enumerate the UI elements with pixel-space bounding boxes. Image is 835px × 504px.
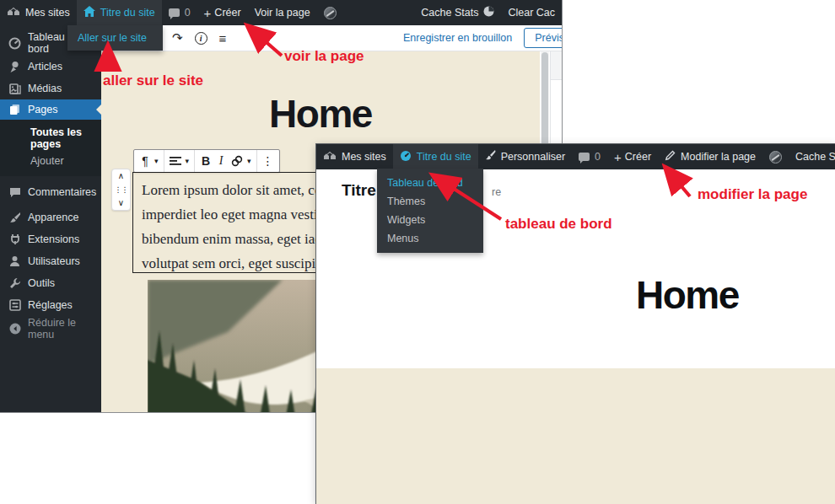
- sidebar-item-pages[interactable]: Pages: [0, 99, 101, 120]
- block-switcher-caret-icon[interactable]: ▾: [154, 157, 159, 165]
- settings-icon: [8, 299, 21, 312]
- sidebar-label: Articles: [28, 61, 62, 72]
- menu-item-go-to-site[interactable]: Aller sur le site: [67, 29, 163, 47]
- cache-stats-menu[interactable]: Cache Stats: [789, 144, 835, 169]
- align-icon[interactable]: [170, 151, 182, 171]
- cache-plugin-menu[interactable]: [317, 0, 343, 25]
- bold-button[interactable]: B: [200, 151, 212, 171]
- dashboard-gauge-icon: [400, 150, 412, 164]
- view-page-link[interactable]: Voir la page: [248, 0, 317, 25]
- move-down-icon[interactable]: ∨: [118, 199, 124, 207]
- save-draft-button[interactable]: Enregistrer en brouillon: [403, 32, 512, 44]
- sidebar-item-utilisateurs[interactable]: Utilisateurs: [0, 250, 101, 272]
- paragraph-block-icon[interactable]: ¶: [139, 151, 151, 171]
- new-content-menu[interactable]: + Créer: [607, 144, 658, 169]
- menu-item-menus[interactable]: Menus: [377, 229, 483, 248]
- page-title[interactable]: Home: [101, 91, 540, 137]
- preview-button[interactable]: Prévis: [524, 28, 562, 48]
- appearance-brush-icon: [8, 212, 21, 224]
- my-sites-menu[interactable]: Mes sites: [316, 144, 393, 169]
- submenu-all-pages[interactable]: Toutes les pages: [0, 124, 101, 153]
- site-name-menu[interactable]: Titre du site: [393, 144, 478, 169]
- clear-cache-menu[interactable]: Clear Cac: [501, 0, 562, 25]
- italic-button[interactable]: I: [215, 151, 227, 171]
- sidebar-label: Outils: [28, 277, 55, 289]
- edit-page-label: Modifier la page: [681, 151, 756, 163]
- customize-link[interactable]: Personnaliser: [478, 144, 572, 169]
- home-icon: [84, 6, 95, 19]
- drag-handle-icon[interactable]: ⋮⋮: [115, 185, 128, 194]
- sidebar-item-reglages[interactable]: Réglages: [0, 294, 101, 316]
- comments-count: 0: [595, 151, 601, 163]
- sidebar-item-articles[interactable]: Articles: [0, 56, 101, 78]
- pages-submenu: Toutes les pages Ajouter: [0, 120, 101, 176]
- comments-shortcut[interactable]: 0: [162, 0, 197, 25]
- sidebar-item-apparence[interactable]: Apparence: [0, 206, 101, 228]
- menu-item-themes[interactable]: Thèmes: [377, 192, 483, 211]
- sidebar-item-commentaires[interactable]: Commentaires: [0, 181, 101, 203]
- user-icon: [8, 255, 21, 268]
- sidebar-item-medias[interactable]: Médias: [0, 78, 101, 99]
- wp-site-window: Mes sites Titre du site Personnaliser 0 …: [316, 144, 835, 504]
- wrench-icon: [8, 277, 21, 290]
- align-caret-icon[interactable]: ▾: [186, 157, 190, 165]
- clear-cache-label: Clear Cac: [508, 7, 555, 19]
- sidebar-collapse-menu[interactable]: Réduire le menu: [0, 318, 101, 340]
- cache-stats-menu[interactable]: Cache Stats: [414, 0, 501, 25]
- plus-icon: +: [204, 7, 212, 19]
- view-page-label: Voir la page: [255, 7, 310, 19]
- site-name-dropdown: Tableau de bord Thèmes Widgets Menus: [377, 169, 483, 253]
- link-icon[interactable]: [230, 151, 244, 171]
- comments-count: 0: [185, 7, 191, 19]
- media-icon: [8, 83, 21, 95]
- screenshot-canvas: Mes sites Titre du site 0 + Créer Voir l…: [0, 0, 835, 504]
- pie-chart-icon: [483, 6, 494, 19]
- more-formats-caret-icon[interactable]: ▾: [247, 157, 251, 165]
- multisite-icon: [323, 150, 337, 164]
- sidebar-label: Pages: [28, 104, 57, 115]
- sidebar-label: Commentaires: [28, 186, 96, 198]
- edit-page-link[interactable]: Modifier la page: [658, 144, 762, 169]
- block-toolbar: ¶ ▾ ▾ B I ▾ ⋮: [133, 149, 280, 173]
- options-kebab-icon[interactable]: ⋮: [262, 151, 274, 171]
- new-content-label: Créer: [625, 151, 651, 163]
- cache-plugin-icon: [769, 151, 782, 164]
- sidebar-label: Réduire le menu: [28, 317, 101, 340]
- comments-icon: [8, 186, 21, 199]
- menu-item-dashboard[interactable]: Tableau de bord: [377, 174, 483, 192]
- site-name-menu[interactable]: Titre du site: [77, 0, 162, 25]
- collapse-icon: [8, 323, 21, 335]
- cache-plugin-menu[interactable]: [762, 144, 789, 169]
- pencil-icon: [665, 150, 676, 164]
- comment-bubble-icon: [169, 8, 180, 17]
- pushpin-icon: [8, 61, 21, 73]
- sidebar-label: Extensions: [28, 233, 79, 245]
- comments-shortcut[interactable]: 0: [572, 144, 607, 169]
- sidebar-label: Médias: [28, 83, 62, 94]
- new-content-menu[interactable]: + Créer: [197, 0, 248, 25]
- sidebar-item-extensions[interactable]: Extensions: [0, 228, 101, 250]
- sidebar-item-outils[interactable]: Outils: [0, 272, 101, 294]
- list-view-icon[interactable]: ≡: [219, 31, 226, 46]
- multisite-icon: [7, 6, 20, 20]
- submenu-add-page[interactable]: Ajouter: [0, 153, 101, 169]
- info-icon[interactable]: i: [195, 32, 207, 45]
- page-content-section: Lorem ipsum dolor sit amet, consectetur …: [316, 368, 835, 504]
- my-sites-menu[interactable]: Mes sites: [0, 0, 77, 25]
- site-name-label: Titre du site: [100, 7, 155, 19]
- site-name-dropdown: Aller sur le site: [67, 25, 163, 51]
- customize-label: Personnaliser: [501, 151, 565, 163]
- editor-top-bar: ↷ i ≡ Enregistrer en brouillon Prévis: [101, 25, 562, 51]
- menu-item-widgets[interactable]: Widgets: [377, 211, 483, 229]
- site-admin-bar: Mes sites Titre du site Personnaliser 0 …: [316, 144, 835, 169]
- cache-plugin-icon: [324, 7, 337, 19]
- plus-icon: +: [614, 151, 622, 164]
- my-sites-label: Mes sites: [342, 151, 386, 163]
- scrollbar-thumb[interactable]: [541, 52, 548, 147]
- sidebar-label: Réglages: [28, 299, 73, 311]
- cache-stats-label: Cache Stats: [421, 7, 478, 19]
- redo-icon[interactable]: ↷: [172, 30, 183, 46]
- move-up-icon[interactable]: ∧: [118, 172, 124, 180]
- sidebar-label: Utilisateurs: [28, 255, 80, 267]
- admin-sidebar: Tableau de bord Articles Médias Pages To…: [0, 25, 101, 412]
